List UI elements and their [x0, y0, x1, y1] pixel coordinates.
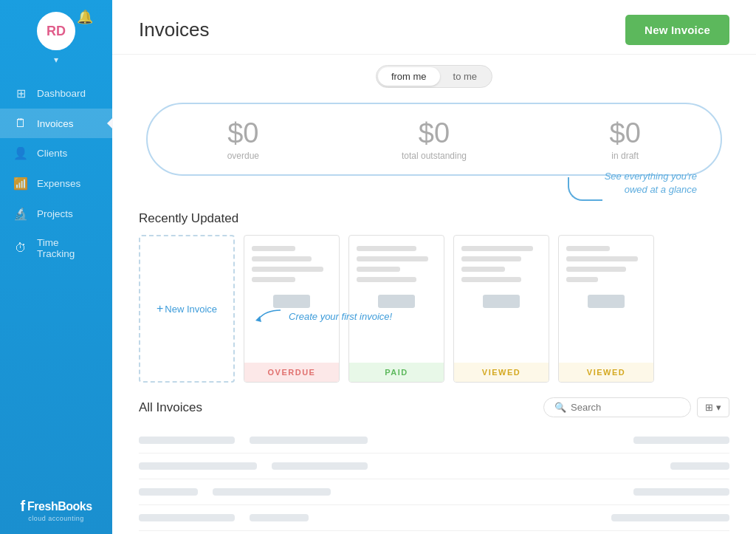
card-lines: [454, 236, 549, 308]
skeleton-cell: [139, 437, 235, 444]
overdue-label: overdue: [227, 151, 259, 161]
new-invoice-card[interactable]: + New Invoice: [139, 235, 235, 383]
bell-icon[interactable]: 🔔: [77, 9, 93, 25]
cards-row: + New Invoice OVERDUE: [112, 235, 756, 383]
sidebar-item-expenses[interactable]: 📶 Expenses: [0, 168, 112, 199]
card-line: [357, 277, 416, 282]
card-line: [461, 256, 521, 261]
table-row: [139, 505, 729, 531]
invoice-card-paid[interactable]: PAID: [348, 235, 444, 383]
plus-icon: +: [157, 302, 163, 315]
logo-brand: FreshBooks: [27, 500, 92, 513]
card-lines: [244, 236, 339, 308]
outstanding-amount: $0: [419, 117, 450, 149]
sidebar-logo: f FreshBooks cloud accounting: [20, 489, 92, 534]
table-row: [139, 453, 729, 479]
sidebar-item-time-tracking[interactable]: ⏱ Time Tracking: [0, 229, 112, 267]
draft-label: in draft: [611, 151, 639, 161]
tab-from-me[interactable]: from me: [378, 67, 440, 86]
card-amount: [483, 295, 520, 308]
card-line: [252, 256, 312, 261]
recently-updated-title: Recently Updated: [139, 211, 729, 226]
projects-icon: 🔬: [13, 207, 28, 221]
grid-icon: ⊞: [705, 402, 713, 413]
dropdown-arrow[interactable]: ▾: [54, 55, 58, 65]
time-tracking-icon: ⏱: [13, 242, 28, 255]
annotation-area: See everything you'reowed at a glance: [112, 170, 756, 196]
summary-outstanding: $0 total outstanding: [339, 117, 530, 161]
dashboard-icon: ⊞: [13, 86, 28, 100]
grid-view-button[interactable]: ⊞ ▾: [697, 397, 729, 417]
main-header: Invoices New Invoice: [112, 0, 756, 55]
card-lines: [349, 236, 444, 308]
card-line: [566, 277, 598, 282]
skeleton-cell: [250, 514, 309, 521]
skeleton-cell: [250, 437, 368, 444]
search-input[interactable]: [571, 402, 680, 413]
main-content: Invoices New Invoice from me to me $0 ov…: [112, 0, 756, 534]
new-invoice-button[interactable]: New Invoice: [625, 15, 729, 45]
sidebar-item-label: Time Tracking: [37, 237, 99, 259]
card-line: [461, 277, 521, 282]
card-amount: [378, 295, 415, 308]
card-line: [566, 267, 626, 272]
card-status-paid: PAID: [349, 363, 444, 382]
skeleton-cell: [139, 462, 257, 470]
annotation-text: See everything you'reowed at a glance: [605, 170, 697, 196]
sidebar-item-dashboard[interactable]: ⊞ Dashboard: [0, 78, 112, 109]
clients-icon: 👤: [13, 146, 28, 160]
skeleton-cell: [139, 488, 198, 496]
toggle-container: from me to me: [376, 65, 492, 88]
card-line: [566, 246, 610, 251]
skeleton-cell: [213, 488, 331, 496]
expenses-icon: 📶: [13, 177, 28, 191]
card-line: [252, 246, 295, 251]
skeleton-cell: [670, 462, 729, 470]
invoice-card-overdue[interactable]: OVERDUE: [244, 235, 340, 383]
card-line: [461, 267, 505, 272]
sidebar: 🔔 RD ▾ ⊞ Dashboard 🗒 Invoices 👤 Clients …: [0, 0, 112, 534]
skeleton-cell: [139, 514, 235, 521]
search-icon: 🔍: [554, 402, 566, 413]
all-invoices-title: All Invoices: [139, 400, 202, 415]
skeleton-cell: [633, 488, 729, 496]
logo-icon: f: [20, 498, 24, 515]
page-title: Invoices: [139, 18, 209, 41]
card-line: [566, 256, 638, 261]
sidebar-item-label: Clients: [37, 148, 67, 159]
card-lines: [559, 236, 653, 308]
card-line: [357, 246, 416, 251]
outstanding-label: total outstanding: [402, 151, 467, 161]
toggle-tabs: from me to me: [112, 65, 756, 88]
new-card-inner: + New Invoice: [157, 302, 217, 315]
sidebar-item-projects[interactable]: 🔬 Projects: [0, 199, 112, 229]
card-amount: [273, 295, 310, 308]
invoices-icon: 🗒: [13, 117, 28, 130]
card-line: [252, 267, 323, 272]
sidebar-item-invoices[interactable]: 🗒 Invoices: [0, 109, 112, 138]
search-input-wrap: 🔍: [543, 397, 691, 417]
skeleton-rows: [112, 428, 756, 531]
summary-ellipse: $0 overdue $0 total outstanding $0 in dr…: [146, 103, 722, 176]
card-status-viewed-1: VIEWED: [454, 363, 549, 382]
card-amount: [588, 295, 625, 308]
card-status-overdue: OVERDUE: [244, 363, 339, 382]
summary-overdue: $0 overdue: [148, 117, 339, 161]
card-line: [357, 267, 400, 272]
search-area: 🔍 ⊞ ▾: [543, 397, 729, 417]
nav-menu: ⊞ Dashboard 🗒 Invoices 👤 Clients 📶 Expen…: [0, 78, 112, 489]
avatar-area: 🔔 RD ▾: [37, 12, 75, 65]
new-card-label: New Invoice: [165, 304, 217, 315]
skeleton-cell: [272, 462, 368, 470]
invoice-card-viewed-2[interactable]: VIEWED: [558, 235, 654, 383]
tab-to-me[interactable]: to me: [440, 67, 491, 86]
table-row: [139, 479, 729, 505]
sidebar-item-label: Dashboard: [37, 88, 86, 99]
sidebar-item-clients[interactable]: 👤 Clients: [0, 138, 112, 168]
card-status-viewed-2: VIEWED: [559, 363, 653, 382]
grid-arrow: ▾: [716, 402, 721, 413]
cards-wrapper: + New Invoice OVERDUE: [112, 235, 756, 397]
avatar[interactable]: RD: [37, 12, 75, 50]
invoice-card-viewed-1[interactable]: VIEWED: [453, 235, 549, 383]
sidebar-top: 🔔 RD ▾: [0, 0, 112, 71]
